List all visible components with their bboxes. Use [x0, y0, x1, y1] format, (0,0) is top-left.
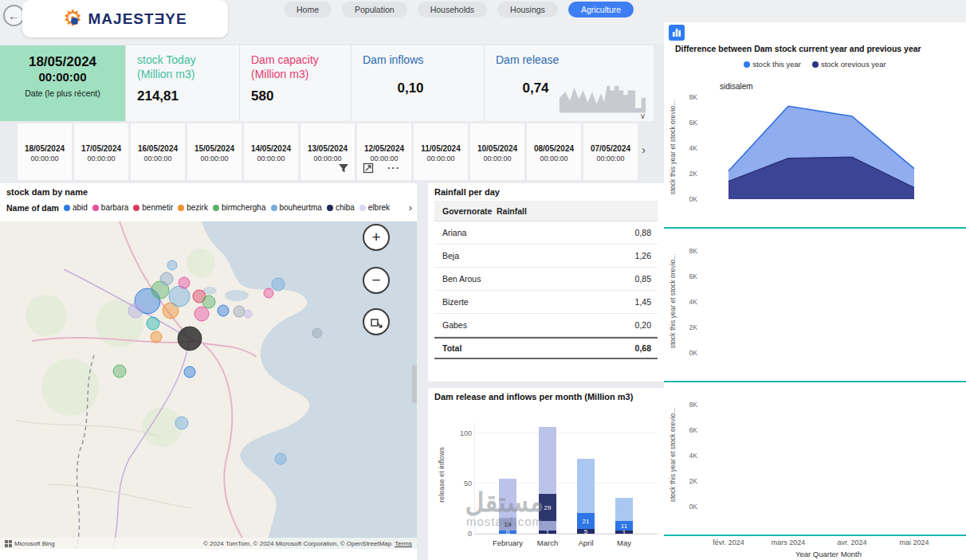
legend-item-benmetir[interactable]: benmetir	[133, 203, 173, 212]
focus-mode-icon[interactable]	[363, 163, 374, 174]
dam-bubble[interactable]	[264, 288, 273, 298]
bar-may[interactable]: 111	[615, 498, 633, 534]
legend-dot	[133, 205, 139, 211]
bar-segment: 21	[577, 513, 595, 529]
stock-today-label-line: (Million m3)	[137, 68, 239, 82]
legend-label: abid	[73, 203, 88, 212]
dam-bubble[interactable]	[151, 331, 162, 343]
x-axis-labels: févr. 2024mars 2024avr. 2024mai 2024	[701, 538, 956, 548]
date-tile-time: 00:00:00	[244, 155, 298, 163]
date-tile-time: 00:00:00	[74, 155, 128, 163]
legend-dot	[744, 61, 750, 68]
dam-bubble[interactable]	[234, 306, 245, 317]
date-tile[interactable]: 08/05/202400:00:00	[527, 123, 581, 180]
y-tick-label: 0	[451, 530, 472, 538]
bar-april[interactable]: 521	[577, 459, 595, 534]
legend-item-stock-orevious-year[interactable]: stock orevious year	[812, 60, 886, 69]
dam-bubble[interactable]	[202, 296, 215, 308]
date-tile[interactable]: 16/05/202400:00:00	[131, 123, 185, 180]
legend-item-abid[interactable]: abid	[64, 203, 88, 212]
legend-item-birmchergha[interactable]: birmchergha	[213, 203, 266, 212]
legend-item-barbara[interactable]: barbara	[92, 203, 128, 212]
dam-bubble[interactable]	[113, 365, 126, 378]
dam-bubble[interactable]	[175, 417, 188, 429]
legend-item-bouheurtma[interactable]: bouheurtma	[271, 203, 322, 212]
date-tile-time: 00:00:00	[187, 155, 242, 163]
bar-segment: 5	[577, 529, 595, 534]
dam-bubble[interactable]	[147, 317, 159, 330]
map-selection-button[interactable]	[363, 308, 390, 335]
zoom-in-button[interactable]: +	[363, 224, 390, 251]
y-tick-label: 6K	[675, 119, 697, 127]
nav-tab-households[interactable]: Households	[418, 2, 487, 18]
legend-item-elbrek[interactable]: elbrek	[359, 203, 390, 212]
map-copyright: © 2024 TomTom, © 2024 Microsoft Corporat…	[203, 540, 412, 547]
y-tick-label: 2K	[675, 323, 697, 331]
nav-tab-home[interactable]: Home	[284, 2, 332, 18]
area-chart[interactable]	[701, 80, 956, 207]
date-tile[interactable]: 14/05/202400:00:00	[244, 123, 298, 180]
legend-scroll-right-icon[interactable]: ›	[409, 202, 412, 213]
nav-tab-housings[interactable]: Housings	[497, 2, 558, 18]
dam-bubble[interactable]	[194, 307, 209, 321]
slicer-next-icon[interactable]: ›	[642, 143, 646, 156]
date-tile-date: 13/05/2024	[300, 144, 355, 153]
rainfall-row[interactable]: Ben Arous0,85	[434, 268, 658, 291]
dam-bubble[interactable]	[178, 327, 202, 350]
rainfall-rows: Ariana0,88Beja1,26Ben Arous0,85Bizerte1,…	[434, 221, 658, 359]
dam-bubble[interactable]	[244, 310, 252, 318]
rainfall-row[interactable]: Ariana0,88	[434, 221, 658, 245]
y-tick-label: 2K	[675, 170, 697, 178]
rainfall-row[interactable]: Gabes0,20	[434, 314, 658, 337]
nav-tab-population[interactable]: Population	[342, 2, 407, 18]
chart-visual-icon[interactable]	[669, 25, 685, 41]
filter-icon[interactable]	[338, 163, 349, 174]
dam-bubble[interactable]	[184, 366, 195, 378]
date-tile[interactable]: 15/05/202400:00:00	[187, 123, 242, 180]
bar-february[interactable]: 019	[499, 479, 516, 534]
legend-item-stock-this-year[interactable]: stock this year	[744, 60, 801, 69]
panel-scrollbar[interactable]	[412, 365, 417, 403]
date-tile-time: 00:00:00	[470, 155, 524, 163]
y-tick-label: 4K	[675, 144, 697, 152]
dam-capacity-label-line: Dam capacity	[251, 53, 351, 68]
legend-dot	[213, 205, 219, 211]
dam-bubble[interactable]	[160, 272, 173, 285]
back-button[interactable]: ←	[3, 5, 25, 26]
bing-logo[interactable]: Microsoft Bing	[5, 540, 55, 547]
dam-bubble[interactable]	[312, 328, 322, 338]
legend-dot	[812, 61, 819, 68]
nav-tabs: HomePopulationHouseholdsHousingsAgricult…	[284, 2, 634, 18]
rainfall-row[interactable]: Beja1,26	[434, 245, 658, 268]
date-tile[interactable]: 17/05/202400:00:00	[74, 123, 128, 180]
map[interactable]	[0, 221, 417, 549]
bar-segment: 11	[615, 521, 633, 531]
zoom-out-button[interactable]: −	[363, 267, 390, 294]
dam-bubble[interactable]	[275, 453, 286, 464]
date-tile[interactable]: 11/05/202400:00:00	[414, 123, 468, 180]
legend-item-bezirk[interactable]: bezirk	[178, 203, 208, 212]
terms-link[interactable]: Terms	[395, 540, 412, 547]
date-tile[interactable]: 10/05/202400:00:00	[470, 123, 524, 180]
y-tick-label: 6K	[675, 272, 697, 280]
date-tile[interactable]: 18/05/202400:00:00	[18, 123, 72, 180]
date-tile-time: 00:00:00	[18, 155, 72, 163]
nav-tab-agriculture[interactable]: Agriculture	[568, 2, 634, 18]
dam-inflows-label-line: Dam inflows	[363, 53, 484, 68]
rainfall-row[interactable]: Bizerte1,45	[434, 291, 658, 314]
bar-segment	[577, 459, 595, 513]
dam-bubble[interactable]	[179, 277, 190, 288]
dropdown-chevron-icon[interactable]: ∨	[640, 112, 646, 120]
more-options-icon[interactable]: ···	[387, 162, 400, 174]
brand-part2: ƎYE	[155, 10, 187, 27]
dam-bubble[interactable]	[167, 260, 177, 270]
dam-bubble[interactable]	[272, 278, 285, 291]
date-tile[interactable]: 07/05/202400:00:00	[583, 123, 638, 180]
bar-march[interactable]: 129	[539, 427, 556, 534]
legend-item-chiba[interactable]: chiba	[327, 203, 355, 212]
bar-segment	[539, 427, 556, 493]
dam-bubble[interactable]	[128, 303, 143, 318]
map-lake	[225, 290, 249, 301]
dam-bubble[interactable]	[169, 286, 190, 307]
dam-bubble[interactable]	[218, 305, 229, 316]
